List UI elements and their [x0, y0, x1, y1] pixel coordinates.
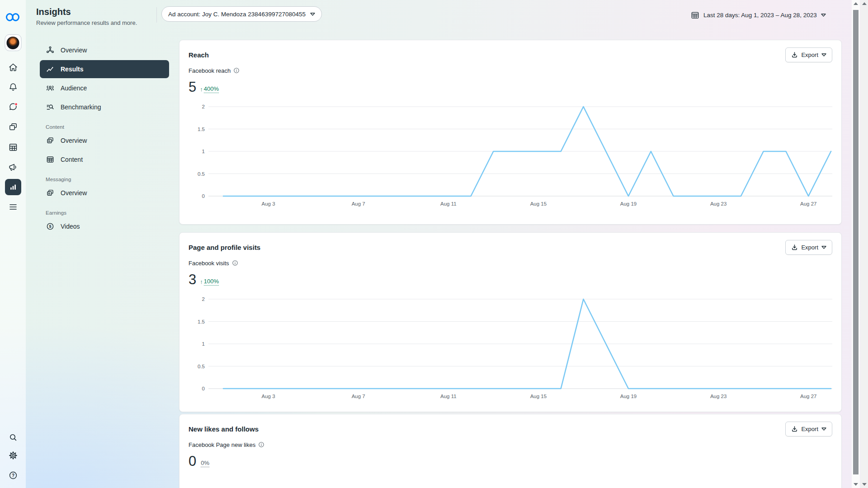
sidebar-section-earnings: Earnings — [46, 210, 169, 216]
sidebar-item-overview[interactable]: Overview — [40, 131, 169, 150]
export-button[interactable]: Export — [785, 47, 832, 62]
sidebar-item-label: Audience — [61, 84, 87, 92]
metric-label: Facebook visits — [189, 260, 229, 267]
header-divider — [156, 7, 157, 23]
scroll-down-arrow[interactable] — [854, 483, 858, 486]
reach-line-chart: 00.511.52Aug 3Aug 7Aug 11Aug 15Aug 19Aug… — [189, 101, 833, 208]
scroll-down-arrow[interactable] — [862, 483, 867, 486]
sidebar-item-overview[interactable]: Overview — [40, 184, 169, 202]
notification-dot — [14, 103, 17, 106]
svg-text:0.5: 0.5 — [198, 364, 205, 369]
table-icon — [46, 155, 55, 164]
svg-text:2: 2 — [202, 296, 205, 302]
avatar-image — [7, 37, 19, 49]
network-icon — [46, 46, 55, 55]
svg-text:Aug 7: Aug 7 — [352, 394, 365, 399]
sidebar-item-videos[interactable]: $Videos — [40, 217, 169, 235]
home-icon[interactable] — [5, 59, 21, 75]
svg-text:Aug 15: Aug 15 — [530, 394, 547, 399]
sidebar-item-label: Overview — [61, 47, 87, 54]
card-title: Page and profile visits — [189, 244, 260, 251]
export-label: Export — [801, 244, 818, 251]
download-icon — [791, 244, 798, 251]
metric-value: 3 — [189, 272, 196, 287]
messages-chat-icon[interactable] — [5, 99, 21, 115]
svg-text:$: $ — [49, 224, 51, 229]
window-scrollbar[interactable] — [860, 0, 868, 488]
svg-text:Aug 23: Aug 23 — [710, 394, 726, 399]
posts-icon — [46, 188, 55, 197]
delta-percent[interactable]: 400% — [204, 85, 219, 93]
notifications-bell-icon[interactable] — [5, 79, 21, 95]
ads-megaphone-icon[interactable] — [5, 159, 21, 175]
benchmark-icon — [46, 103, 55, 112]
business-avatar[interactable] — [5, 34, 21, 51]
download-icon — [791, 426, 798, 432]
ad-account-selector[interactable]: Ad account: Joy C. Mendoza 2384639972708… — [161, 6, 322, 22]
metric-label: Facebook Page new likes — [189, 441, 255, 448]
date-range-label: Last 28 days: Aug 1, 2023 – Aug 28, 2023 — [703, 12, 817, 19]
sidebar-item-label: Results — [61, 66, 84, 73]
svg-text:0: 0 — [202, 193, 205, 199]
delta-arrow-icon: ↑ — [200, 278, 203, 285]
meta-logo-icon[interactable] — [5, 12, 20, 22]
all-tools-menu-icon[interactable] — [5, 199, 21, 215]
metric-delta: 0% — [200, 460, 209, 469]
svg-text:1: 1 — [202, 149, 205, 154]
sidebar-item-label: Overview — [61, 137, 87, 144]
svg-text:Aug 27: Aug 27 — [800, 201, 816, 206]
sidebar-item-label: Content — [61, 156, 83, 163]
sidebar-item-results[interactable]: Results — [40, 60, 169, 78]
info-icon[interactable] — [232, 260, 238, 266]
svg-text:?: ? — [11, 473, 14, 478]
delta-percent[interactable]: 0% — [201, 460, 209, 467]
page-subtitle: Review performance results and more. — [36, 19, 137, 26]
dollar-icon: $ — [46, 222, 55, 231]
card-title: Reach — [189, 51, 209, 59]
svg-text:Aug 11: Aug 11 — [440, 394, 457, 399]
visits-line-chart: 00.511.52Aug 3Aug 7Aug 11Aug 15Aug 19Aug… — [189, 293, 833, 401]
scroll-up-arrow[interactable] — [854, 2, 858, 5]
scrollbar-thumb[interactable] — [853, 10, 859, 474]
metric-value: 0 — [189, 454, 196, 469]
sidebar-item-overview[interactable]: Overview — [40, 41, 169, 59]
sidebar-item-audience[interactable]: Audience — [40, 79, 169, 97]
svg-text:0: 0 — [202, 386, 205, 391]
chevron-down-icon — [821, 427, 826, 431]
info-icon[interactable] — [258, 441, 264, 448]
svg-text:2: 2 — [202, 104, 205, 109]
sidebar-section-messaging: Messaging — [46, 177, 169, 182]
metric-delta: ↑ 400% — [200, 85, 219, 95]
sidebar-item-benchmarking[interactable]: Benchmarking — [40, 98, 169, 116]
metric-value: 5 — [189, 80, 196, 95]
visits-card: Page and profile visits Export Facebook … — [179, 232, 842, 412]
info-icon[interactable] — [233, 67, 240, 74]
svg-text:Aug 15: Aug 15 — [530, 201, 547, 206]
ad-account-label: Ad account: Joy C. Mendoza 2384639972708… — [168, 11, 306, 18]
export-button[interactable]: Export — [785, 422, 832, 436]
svg-text:Aug 7: Aug 7 — [352, 201, 365, 206]
insights-icon[interactable] — [5, 179, 21, 195]
export-button[interactable]: Export — [785, 240, 832, 255]
export-label: Export — [801, 52, 818, 58]
new-likes-card: New likes and follows Export Facebook Pa… — [179, 414, 842, 488]
posts-icon[interactable] — [5, 119, 21, 135]
settings-gear-icon[interactable] — [5, 447, 21, 464]
help-icon[interactable]: ? — [5, 467, 21, 483]
scroll-up-arrow[interactable] — [862, 2, 867, 5]
search-icon[interactable] — [5, 429, 21, 446]
content-scrollbar[interactable] — [852, 0, 860, 488]
calendar-icon — [691, 11, 699, 19]
svg-text:Aug 3: Aug 3 — [262, 394, 275, 399]
chevron-down-icon — [310, 13, 315, 16]
download-icon — [791, 52, 798, 58]
date-range-selector[interactable]: Last 28 days: Aug 1, 2023 – Aug 28, 2023 — [691, 9, 826, 21]
sidebar-section-content: Content — [46, 124, 169, 130]
export-label: Export — [801, 426, 818, 432]
sidebar-item-content[interactable]: Content — [40, 150, 169, 169]
delta-percent[interactable]: 100% — [204, 278, 219, 286]
sidebar-item-label: Videos — [61, 223, 80, 230]
planner-calendar-icon[interactable] — [5, 139, 21, 155]
page-title: Insights — [36, 7, 71, 17]
svg-text:1.5: 1.5 — [198, 127, 205, 132]
